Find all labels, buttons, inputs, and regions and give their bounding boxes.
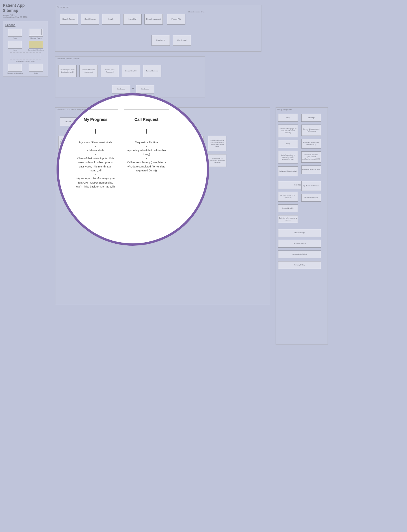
edit-pin-node: Edit pin, rules on strong new pin [278, 215, 298, 223]
left-panel: Patient App Sitemap Version: V1.1 Last u… [3, 3, 51, 77]
help-node[interactable]: Help [278, 114, 298, 122]
create-new-pin-node: Create New PIN [278, 204, 298, 212]
legend-page-shape [8, 29, 22, 37]
legend-web-content-shape [8, 64, 22, 72]
legend-contextual: Contextual Questions [26, 41, 46, 51]
bluetooth-settings-node: Bluetooth settings [301, 194, 321, 202]
individual-qa-node: Individual Q&A (modal) [278, 166, 298, 176]
legend-title: Legend [5, 23, 46, 27]
legend-notes: Notes [5, 41, 25, 51]
utility-nav-section: Utility navigation Help Settings Tutoria… [276, 107, 328, 345]
call-request-col: Call Request Request call button-Upcomin… [124, 110, 169, 194]
confirmed-2-node: Confirmed [173, 35, 191, 46]
create-password-node: Create New Password [101, 65, 119, 77]
call-request-connector [146, 129, 147, 134]
request-call-back-node: Request call back (option to request pho… [208, 136, 226, 151]
tos-settings-node: Terms of Service [278, 240, 321, 248]
tutorial-screens-node: Tutorial Screens [143, 65, 161, 77]
activation-screens-label: Activation-related screens [55, 57, 205, 60]
preferred-reminder-time-node: Preferred reminder time [301, 165, 321, 174]
call-request-label: Call Request [135, 117, 159, 122]
act-confirmed-2-node: Confirmed [136, 85, 154, 93]
about-app-node: About this App [278, 229, 321, 237]
magnify-circle: My Progress My vitals: Show latest vital… [57, 93, 209, 246]
legend-web-content: Web content section [5, 64, 25, 74]
share-label: Share the same flow... [188, 11, 205, 13]
utility-nav-label: Utility navigation [276, 108, 328, 111]
my-progress-col: My Progress My vitals: Show latest vital… [73, 110, 118, 194]
legend-multiple-pages-shape [29, 29, 43, 37]
version-info: Version: V1.1 Last updated: May 22, 2018 [3, 14, 51, 18]
faq-node: FAQ [278, 140, 298, 148]
confirmed-1-node: Confirmed [151, 35, 170, 46]
legend-contextual-shape [29, 41, 43, 49]
log-in-node: Log In [102, 14, 120, 25]
create-pin-node: Create New PIN [122, 65, 140, 77]
my-progress-label: My Progress [84, 117, 107, 122]
legend-entry-point: Entry Point (Survey Flow) [5, 53, 46, 62]
magnify-content: My Progress My vitals: Show latest vital… [64, 104, 206, 194]
forgot-password-node: Forgot password [144, 14, 163, 25]
preferred-survey-type-node: Preferred survey type (default: 7/7) [301, 139, 321, 149]
my-progress-connector [95, 129, 96, 134]
legend-modal: Modal [26, 64, 46, 74]
forgot-pin-node: Forgot PIN [167, 14, 185, 25]
my-bluetooth-devices-node: My Bluetooth Devices [301, 181, 321, 191]
settings-node[interactable]: Settings [301, 114, 321, 122]
magnify-top-row: My Progress My vitals: Show latest vital… [73, 110, 206, 194]
tutorial-video-node: Tutorial video (login vs 'activation Tut… [278, 125, 298, 137]
my-progress-main-box: My Progress [73, 110, 118, 129]
preferred-reminder-type-node: Preferred reminder type: patient notific… [301, 151, 321, 163]
privacy-policy-node: Privacy Policy [278, 261, 321, 269]
legend-grid: Page Multiple Pages Notes Contextual Que… [5, 29, 46, 74]
other-screens-label: Other screens [55, 5, 261, 9]
preference-upcoming-node: Preference for upcoming, alternate metho… [208, 154, 226, 167]
or-label: or [132, 87, 134, 89]
tos-node: Terms of Service agreement [79, 65, 98, 77]
call-request-main-box: Call Request [124, 110, 169, 129]
connectivity-node: connectivitiy (links) [278, 250, 321, 258]
legend-entry-point-shape [10, 53, 41, 60]
act-confirmed-1-node: Confirmed [112, 85, 130, 93]
call-request-detail-box: Request call button-Upcoming scheduled c… [124, 138, 169, 194]
app-title: Patient App Sitemap [3, 3, 51, 13]
survey-assessment-pref-node: Survey & Assessment Preferences [301, 125, 321, 136]
legend-box: Legend Page Multiple Pages Notes Context… [3, 21, 48, 77]
magnify-inner: My Progress My vitals: Show latest vital… [59, 95, 207, 243]
activation-screens-section: Activation-related screens Activation (u… [55, 56, 205, 97]
my-progress-detail-box: My vitals: Show latest vitals-Add new vi… [73, 138, 118, 194]
legend-page: Page [5, 29, 25, 39]
activation-node: Activation (username & activation code) [58, 65, 77, 77]
splash-screen-node: Splash Screen [60, 14, 78, 25]
my-info-node: My info (name, DOB, Phone #) [278, 192, 298, 202]
other-screens-section: Other screens Splash Screen Start Screen… [55, 5, 261, 52]
faq-list-node: List of questions in accordion style, gr… [278, 151, 298, 163]
start-screen-node: Start Screen [81, 14, 99, 25]
legend-multiple-pages: Multiple Pages [26, 29, 46, 39]
sitemap-area: Other screens Splash Screen Start Screen… [52, 0, 407, 532]
legend-notes-shape [8, 41, 22, 49]
lock-out-node: Lock Out [123, 14, 142, 25]
legend-modal-shape [29, 64, 43, 72]
